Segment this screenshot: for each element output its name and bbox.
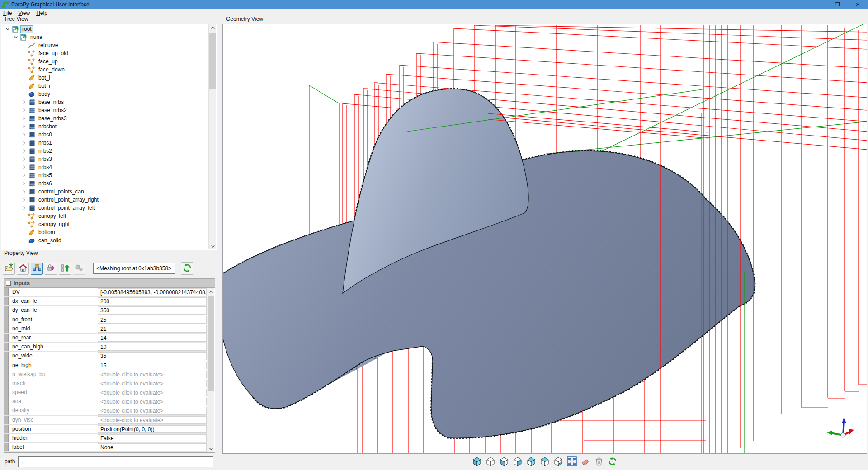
ne_high[interactable]: ne_high 15 bbox=[4, 361, 207, 370]
position[interactable]: position Position(Point(0, 0, 0)) bbox=[4, 425, 207, 434]
ne_can_high[interactable]: ne_can_high 10 bbox=[4, 343, 207, 352]
speed[interactable]: speed <double-click to evaluate> bbox=[4, 388, 207, 397]
tree-item-nrbsbot[interactable]: nrbsbot bbox=[1, 122, 208, 131]
tree-item-control_point_array_left[interactable]: control_point_array_left bbox=[1, 204, 208, 212]
refresh-icon bbox=[182, 263, 192, 274]
tree-item-control_points_can[interactable]: control_points_can bbox=[1, 188, 208, 196]
tree-item-body[interactable]: body bbox=[1, 90, 208, 98]
chevron-right-icon[interactable] bbox=[20, 99, 28, 105]
inputs-scrollbar-thumb[interactable] bbox=[208, 296, 214, 391]
minimize-button[interactable]: – bbox=[807, 0, 827, 9]
dy_can_le[interactable]: dy_can_le 350 bbox=[4, 306, 207, 315]
chevron-right-icon[interactable] bbox=[20, 205, 28, 211]
chevron-right-icon[interactable] bbox=[20, 181, 28, 186]
tree-item-bot_l[interactable]: bot_l bbox=[1, 74, 208, 82]
view-top-button[interactable] bbox=[539, 456, 551, 468]
path-input[interactable]: . bbox=[18, 456, 213, 467]
view-left-button[interactable] bbox=[498, 456, 510, 468]
chevron-down-icon[interactable] bbox=[4, 26, 11, 32]
hidden[interactable]: hidden False bbox=[4, 434, 207, 443]
ne_mid[interactable]: ne_mid 21 bbox=[4, 324, 207, 334]
tree-item-bot_r[interactable]: bot_r bbox=[1, 82, 208, 90]
density[interactable]: density <double-click to evaluate> bbox=[4, 406, 207, 415]
tree-item-refcurve[interactable]: refcurve bbox=[1, 41, 208, 49]
n_wielkap_bo[interactable]: n_wielkap_bo <double-click to evaluate> bbox=[4, 370, 207, 379]
tree-item-nrbs3[interactable]: nrbs3 bbox=[1, 155, 208, 163]
view-top-right-button[interactable] bbox=[525, 456, 537, 468]
label[interactable]: label None bbox=[4, 443, 207, 452]
tree-item-face_up[interactable]: face_up bbox=[1, 57, 208, 66]
chevron-right-icon[interactable] bbox=[20, 124, 28, 129]
fit-view-button[interactable] bbox=[566, 456, 578, 468]
chevron-right-icon[interactable] bbox=[20, 189, 28, 194]
evaluate-button[interactable] bbox=[73, 263, 85, 275]
chevron-down-icon[interactable] bbox=[12, 34, 19, 40]
tree-item-nuna[interactable]: nuna bbox=[1, 33, 208, 41]
tree-item-base_nrbs[interactable]: base_nrbs bbox=[1, 98, 208, 106]
close-button[interactable]: ✕ bbox=[848, 0, 868, 9]
ne_wide[interactable]: ne_wide 35 bbox=[4, 352, 207, 361]
geometry-viewport[interactable] bbox=[222, 24, 867, 454]
refresh-button[interactable] bbox=[181, 262, 193, 275]
tree-item-can_solid[interactable]: can_solid bbox=[1, 236, 208, 244]
inputs-scrollbar[interactable] bbox=[207, 288, 214, 452]
scroll-down-icon[interactable] bbox=[209, 243, 217, 249]
tree-item-nrbs4[interactable]: nrbs4 bbox=[1, 163, 208, 171]
export-button[interactable] bbox=[59, 263, 71, 275]
tree-item-canopy_left[interactable]: canopy_left bbox=[1, 212, 208, 220]
chevron-right-icon[interactable] bbox=[20, 116, 28, 121]
view-isometric-button[interactable] bbox=[471, 456, 483, 468]
refresh-view-button[interactable] bbox=[607, 456, 618, 468]
lock-button[interactable] bbox=[45, 263, 57, 275]
tree-item-bottom[interactable]: bottom bbox=[1, 228, 208, 236]
scroll-up-icon[interactable] bbox=[207, 288, 215, 295]
tree-item-base_nrbs3[interactable]: base_nrbs3 bbox=[1, 114, 208, 122]
home-button[interactable] bbox=[17, 263, 29, 275]
tree-scrollbar[interactable] bbox=[208, 24, 216, 249]
tree-mode-button[interactable] bbox=[31, 263, 43, 275]
tree-item-face_down[interactable]: face_down bbox=[1, 66, 208, 74]
chevron-right-icon[interactable] bbox=[20, 156, 28, 162]
menu-help[interactable]: Help bbox=[33, 9, 51, 17]
sequence-icon bbox=[28, 99, 35, 106]
tree-item-face_up_old[interactable]: face_up_old bbox=[1, 49, 208, 57]
open-icon bbox=[5, 263, 14, 274]
aoa[interactable]: aoa <double-click to evaluate> bbox=[4, 397, 207, 406]
tree-item-root[interactable]: root bbox=[1, 25, 208, 33]
dyn_visc[interactable]: dyn_visc <double-click to evaluate> bbox=[4, 416, 207, 425]
restore-button[interactable]: ❐ bbox=[827, 0, 848, 9]
view-bottom-button[interactable] bbox=[552, 456, 564, 468]
chevron-right-icon[interactable] bbox=[20, 108, 28, 113]
chevron-right-icon[interactable] bbox=[20, 140, 28, 146]
collapse-icon[interactable] bbox=[6, 281, 11, 286]
mach[interactable]: mach <double-click to evaluate> bbox=[4, 379, 207, 388]
tree-scrollbar-thumb[interactable] bbox=[209, 33, 216, 89]
chevron-right-icon[interactable] bbox=[20, 173, 28, 178]
scroll-down-icon[interactable] bbox=[207, 445, 215, 452]
object-reference-field[interactable]: <Meshing root at 0x1ab3b358> bbox=[93, 263, 175, 274]
open-button[interactable] bbox=[3, 263, 15, 275]
chevron-right-icon[interactable] bbox=[20, 197, 28, 202]
tree-item-nrbs1[interactable]: nrbs1 bbox=[1, 139, 208, 147]
chevron-right-icon[interactable] bbox=[20, 148, 28, 154]
tree-item-nrbs6[interactable]: nrbs6 bbox=[1, 179, 208, 188]
tree-item-nrbs5[interactable]: nrbs5 bbox=[1, 171, 208, 179]
tree-item-nrbs2[interactable]: nrbs2 bbox=[1, 147, 208, 155]
ne_front[interactable]: ne_front 25 bbox=[4, 315, 207, 324]
view-right-button[interactable] bbox=[512, 456, 524, 468]
tree-item-control_point_array_right[interactable]: control_point_array_right bbox=[1, 196, 208, 204]
tree-item-base_nrbs2[interactable]: base_nrbs2 bbox=[1, 106, 208, 114]
chevron-right-icon[interactable] bbox=[20, 164, 28, 170]
delete-button[interactable] bbox=[593, 456, 605, 468]
view-front-button[interactable] bbox=[485, 456, 496, 468]
inputs-section-header[interactable]: Inputs bbox=[4, 279, 215, 288]
chevron-right-icon[interactable] bbox=[20, 132, 28, 137]
ne_rear[interactable]: ne_rear 14 bbox=[4, 334, 207, 343]
scroll-up-icon[interactable] bbox=[209, 24, 217, 31]
tree-item-canopy_right[interactable]: canopy_right bbox=[1, 220, 208, 228]
DV[interactable]: DV [-0.00588495605893, -0.00800821437440… bbox=[4, 288, 207, 297]
title-bar[interactable]: ParaPy Graphical User Interface – ❐ ✕ bbox=[0, 0, 868, 9]
dx_can_le[interactable]: dx_can_le 200 bbox=[4, 297, 207, 306]
erase-button[interactable] bbox=[580, 456, 591, 468]
tree-item-nrbs0[interactable]: nrbs0 bbox=[1, 131, 208, 139]
